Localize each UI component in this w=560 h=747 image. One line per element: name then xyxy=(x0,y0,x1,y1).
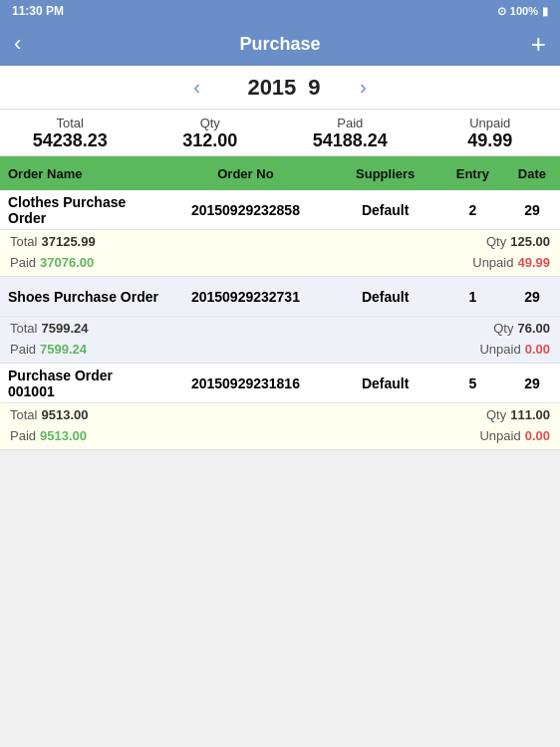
order-unpaid: Unpaid49.99 xyxy=(280,255,550,270)
paid-label-row: Paid xyxy=(10,342,36,357)
total-value: 54238.23 xyxy=(0,130,140,151)
next-month-button[interactable]: › xyxy=(340,76,387,99)
th-suppliers: Suppliers xyxy=(330,166,441,181)
unpaid-label: Unpaid xyxy=(420,116,561,130)
summary-row: Total 54238.23 Qty 312.00 Paid 54188.24 … xyxy=(0,110,560,156)
total-label: Total xyxy=(0,116,140,130)
order-total-qty-row: Total37125.99 Qty125.00 xyxy=(0,230,560,253)
qty-summary: Qty 312.00 xyxy=(140,116,281,151)
order-name: Purchase Order 001001 xyxy=(0,368,161,399)
order-supplier: Default xyxy=(330,202,441,218)
table-header: Order Name Order No Suppliers Entry Date xyxy=(0,156,560,190)
order-name: Clothes Purchase Order xyxy=(0,194,161,226)
order-paid: Paid7599.24 xyxy=(10,342,280,357)
total-label: Total xyxy=(10,407,37,422)
paid-num: 9513.00 xyxy=(40,428,87,443)
order-supplier: Default xyxy=(330,375,441,391)
order-qty: Qty76.00 xyxy=(280,321,550,336)
paid-value: 54188.24 xyxy=(280,130,420,151)
total-label: Total xyxy=(10,321,37,336)
th-entry: Entry xyxy=(441,166,504,181)
order-entry: 2 xyxy=(441,202,504,218)
unpaid-num: 49.99 xyxy=(517,255,550,270)
nav-title: Purchase xyxy=(239,34,320,55)
qty-label: Qty xyxy=(493,321,513,336)
month-value: 9 xyxy=(308,75,320,100)
order-no: 20150929232858 xyxy=(161,202,329,218)
order-entry: 5 xyxy=(441,375,504,391)
total-summary: Total 54238.23 xyxy=(0,116,140,151)
order-total-qty-row: Total9513.00 Qty111.00 xyxy=(0,403,560,426)
order-paid: Paid37076.00 xyxy=(10,255,280,270)
qty-num: 76.00 xyxy=(517,321,550,336)
order-entry: 1 xyxy=(441,289,504,305)
back-button[interactable]: ‹ xyxy=(14,31,21,57)
unpaid-value: 49.99 xyxy=(420,130,561,151)
order-date: 29 xyxy=(504,289,560,305)
orders-table: Clothes Purchase Order 20150929232858 De… xyxy=(0,190,560,450)
th-date: Date xyxy=(504,166,560,181)
order-paid-unpaid-row: Paid37076.00 Unpaid49.99 xyxy=(0,253,560,276)
qty-label: Qty xyxy=(140,116,281,130)
order-name: Shoes Purchase Order xyxy=(0,289,161,305)
paid-label-row: Paid xyxy=(10,255,36,270)
unpaid-num: 0.00 xyxy=(525,342,550,357)
order-no: 20150929232731 xyxy=(161,289,329,305)
paid-label-row: Paid xyxy=(10,428,36,443)
prev-month-button[interactable]: ‹ xyxy=(173,76,220,99)
order-row[interactable]: Shoes Purchase Order 20150929232731 Defa… xyxy=(0,277,560,364)
order-no: 20150929231816 xyxy=(161,375,329,391)
qty-label: Qty xyxy=(486,234,506,249)
year-value: 2015 xyxy=(247,75,296,100)
order-total: Total9513.00 xyxy=(10,407,280,422)
order-qty: Qty111.00 xyxy=(280,407,550,422)
add-button[interactable]: + xyxy=(531,31,546,57)
qty-num: 111.00 xyxy=(510,407,550,422)
order-paid-unpaid-row: Paid7599.24 Unpaid0.00 xyxy=(0,340,560,363)
unpaid-num: 0.00 xyxy=(525,428,550,443)
order-unpaid: Unpaid0.00 xyxy=(280,428,550,443)
qty-num: 125.00 xyxy=(510,234,550,249)
order-main-row[interactable]: Purchase Order 001001 20150929231816 Def… xyxy=(0,364,560,403)
month-year-display: 20159 xyxy=(220,75,340,101)
order-total-qty-row: Total7599.24 Qty76.00 xyxy=(0,317,560,340)
unpaid-label-row: Unpaid xyxy=(479,428,520,443)
order-supplier: Default xyxy=(330,289,441,305)
paid-num: 7599.24 xyxy=(40,342,87,357)
status-bar: 11:30 PM ⊙ 100% ▮ xyxy=(0,0,560,22)
order-unpaid: Unpaid0.00 xyxy=(280,342,550,357)
order-row[interactable]: Purchase Order 001001 20150929231816 Def… xyxy=(0,364,560,450)
total-num: 9513.00 xyxy=(41,407,88,422)
unpaid-label-row: Unpaid xyxy=(472,255,513,270)
order-total: Total7599.24 xyxy=(10,321,280,336)
order-row[interactable]: Clothes Purchase Order 20150929232858 De… xyxy=(0,190,560,277)
status-time: 11:30 PM xyxy=(12,4,64,18)
paid-summary: Paid 54188.24 xyxy=(280,116,420,151)
wifi-icon: ⊙ xyxy=(497,5,506,18)
battery-icon: ▮ xyxy=(542,5,548,18)
month-nav: ‹ 20159 › xyxy=(0,66,560,110)
th-order-name: Order Name xyxy=(0,166,161,181)
unpaid-label-row: Unpaid xyxy=(479,342,520,357)
order-date: 29 xyxy=(504,375,560,391)
battery-level: 100% xyxy=(510,5,538,17)
qty-value: 312.00 xyxy=(140,130,281,151)
order-date: 29 xyxy=(504,202,560,218)
order-main-row[interactable]: Clothes Purchase Order 20150929232858 De… xyxy=(0,190,560,230)
qty-label: Qty xyxy=(486,407,506,422)
unpaid-summary: Unpaid 49.99 xyxy=(420,116,561,151)
th-order-no: Order No xyxy=(161,166,329,181)
paid-num: 37076.00 xyxy=(40,255,94,270)
order-total: Total37125.99 xyxy=(10,234,280,249)
order-main-row[interactable]: Shoes Purchase Order 20150929232731 Defa… xyxy=(0,277,560,317)
total-label: Total xyxy=(10,234,37,249)
nav-bar: ‹ Purchase + xyxy=(0,22,560,66)
total-num: 7599.24 xyxy=(41,321,88,336)
total-num: 37125.99 xyxy=(41,234,95,249)
order-paid-unpaid-row: Paid9513.00 Unpaid0.00 xyxy=(0,426,560,449)
order-qty: Qty125.00 xyxy=(280,234,550,249)
order-paid: Paid9513.00 xyxy=(10,428,280,443)
paid-label: Paid xyxy=(280,116,420,130)
